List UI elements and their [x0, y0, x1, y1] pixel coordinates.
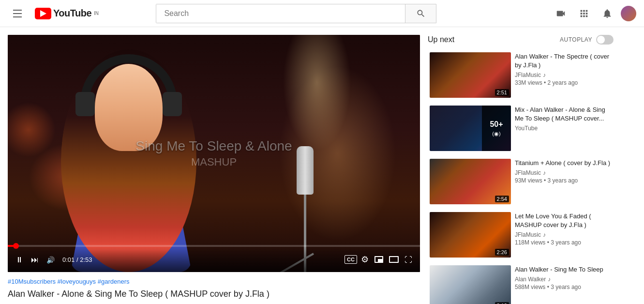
music-note-icon: ♪ [543, 169, 546, 176]
pause-icon [15, 255, 23, 265]
card-thumbnail: 2:51 [430, 52, 511, 98]
card-info: Alan Walker - Sing Me To Sleep Alan Walk… [515, 265, 612, 304]
music-note-icon: ♪ [543, 72, 546, 78]
total-time: 2:53 [80, 256, 92, 263]
search-form [156, 4, 436, 23]
autoplay-toggle[interactable] [596, 35, 614, 45]
autoplay-label: AUTOPLAY [560, 36, 592, 43]
settings-icon [361, 254, 369, 265]
hamburger-menu-button[interactable] [8, 4, 27, 23]
card-channel: JFlaMusic ♪ [515, 231, 612, 238]
video-card[interactable]: 50+ (◉) Mix - Alan Walker - Alone & Sing… [428, 104, 614, 153]
card-title: Alan Walker - Sing Me To Sleep [515, 265, 612, 274]
video-duration: 2:12 [495, 302, 509, 304]
volume-button[interactable] [45, 253, 57, 267]
apps-icon [579, 8, 589, 19]
search-bar-container [156, 4, 436, 23]
youtube-logo-text: YouTube [53, 8, 91, 19]
up-next-label: Up next [428, 35, 454, 44]
playlist-icon: (◉) [492, 131, 500, 137]
apps-button[interactable] [574, 4, 594, 23]
theater-button[interactable] [387, 254, 401, 265]
card-title: Titanium + Alone ( cover by J.Fla ) [515, 159, 612, 167]
video-card[interactable]: 2:12 Alan Walker - Sing Me To Sleep Alan… [428, 263, 614, 304]
header-right [551, 4, 636, 23]
channel-name: JFlaMusic [515, 72, 541, 78]
miniplayer-button[interactable] [373, 254, 385, 265]
video-hashtags[interactable]: #10Msubscribers #loveyouguys #gardeners [8, 278, 420, 285]
volume-icon [46, 255, 55, 265]
music-note-icon: ♪ [548, 276, 551, 283]
card-info: Titanium + Alone ( cover by J.Fla ) JFla… [515, 159, 612, 204]
search-icon [416, 9, 426, 18]
card-meta: 118M views • 3 years ago [515, 239, 612, 246]
card-info: Mix - Alan Walker - Alone & Sing Me To S… [515, 106, 612, 151]
create-icon [555, 8, 566, 19]
headphones-figure [80, 54, 177, 112]
card-channel: YouTube [515, 125, 612, 132]
playlist-overlay: 50+ (◉) [482, 106, 511, 151]
video-card[interactable]: 2:26 Let Me Love You & Faded ( MASHUP co… [428, 210, 614, 259]
video-card[interactable]: 2:51 Alan Walker - The Spectre ( cover b… [428, 50, 614, 100]
video-list: 2:51 Alan Walker - The Spectre ( cover b… [428, 50, 614, 304]
fullscreen-button[interactable] [403, 253, 414, 267]
video-controls: 0:01 / 2:53 CC [8, 247, 420, 272]
card-meta: 33M views • 2 years ago [515, 79, 612, 86]
header-left: YouTubeIN [8, 4, 99, 23]
time-display: 0:01 / 2:53 [62, 256, 92, 263]
card-channel: JFlaMusic ♪ [515, 169, 612, 176]
video-info: #10Msubscribers #loveyouguys #gardeners … [8, 272, 420, 304]
main-content: Sing Me To Sleep & Alone MASHUP [0, 27, 644, 304]
captions-button[interactable]: CC [344, 255, 357, 264]
channel-name: YouTube [515, 125, 538, 132]
header: YouTubeIN [0, 0, 644, 27]
fullscreen-icon [404, 255, 412, 265]
notifications-button[interactable] [598, 4, 617, 23]
video-player[interactable]: Sing Me To Sleep & Alone MASHUP [8, 35, 420, 272]
next-button[interactable] [29, 253, 41, 267]
pause-button[interactable] [14, 253, 25, 267]
theater-icon [389, 256, 399, 263]
video-subject [32, 35, 274, 272]
mic-body [297, 146, 314, 195]
controls-right: CC [344, 252, 414, 267]
toggle-knob [597, 36, 605, 44]
youtube-country-badge: IN [94, 11, 99, 16]
user-avatar[interactable] [621, 6, 636, 21]
bell-icon [602, 8, 613, 19]
create-button[interactable] [551, 4, 570, 23]
autoplay-section: AUTOPLAY [560, 35, 614, 45]
video-title: Alan Walker - Alone & Sing Me To Sleep (… [8, 288, 420, 300]
channel-name: JFlaMusic [515, 169, 541, 176]
card-title: Alan Walker - The Spectre ( cover by J.F… [515, 52, 612, 70]
settings-button[interactable] [359, 252, 371, 267]
hamburger-icon [11, 8, 24, 19]
music-note-icon: ♪ [543, 231, 546, 238]
video-card[interactable]: 2:54 Titanium + Alone ( cover by J.Fla )… [428, 157, 614, 206]
sidebar: Up next AUTOPLAY 2:51 Alan Walker - The … [428, 27, 621, 304]
video-duration: 2:54 [495, 196, 509, 202]
card-title: Mix - Alan Walker - Alone & Sing Me To S… [515, 106, 612, 123]
card-thumbnail: 2:54 [430, 159, 511, 204]
video-duration: 2:51 [495, 89, 509, 96]
card-thumbnail: 2:26 [430, 212, 511, 258]
card-channel: JFlaMusic ♪ [515, 72, 612, 78]
youtube-logo[interactable]: YouTubeIN [35, 8, 99, 19]
card-info: Alan Walker - The Spectre ( cover by J.F… [515, 52, 612, 98]
card-meta: 93M views • 3 years ago [515, 177, 612, 184]
search-button[interactable] [405, 4, 436, 23]
miniplayer-icon [374, 256, 383, 263]
current-time: 0:01 [62, 256, 75, 263]
search-input[interactable] [156, 4, 405, 23]
up-next-header: Up next AUTOPLAY [428, 35, 614, 45]
avatar-image [621, 6, 636, 21]
card-thumbnail: 50+ (◉) [430, 106, 511, 151]
video-duration: 2:26 [495, 249, 509, 256]
card-channel: Alan Walker ♪ [515, 276, 612, 283]
channel-name: JFlaMusic [515, 231, 541, 238]
video-thumbnail: Sing Me To Sleep & Alone MASHUP [8, 35, 420, 272]
card-title: Let Me Love You & Faded ( MASHUP cover b… [515, 212, 612, 229]
video-section: Sing Me To Sleep & Alone MASHUP [0, 27, 428, 304]
card-meta: 588M views • 3 years ago [515, 284, 612, 290]
playlist-count: 50+ [490, 120, 503, 129]
